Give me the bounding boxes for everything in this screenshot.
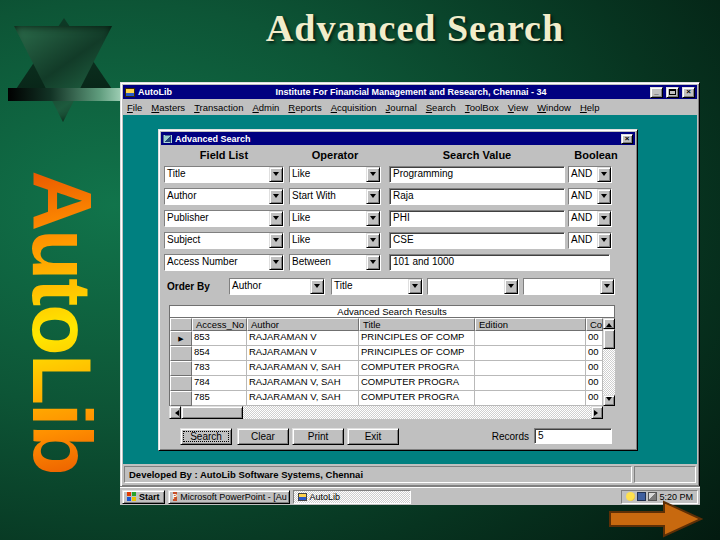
status-side-panel: [634, 466, 696, 483]
chevron-down-icon[interactable]: [310, 279, 324, 294]
operator-select-2[interactable]: Start With: [289, 188, 381, 205]
scrollbar-track[interactable]: [243, 406, 591, 419]
task-autolib[interactable]: AutoLib: [293, 490, 411, 504]
menu-toolbox[interactable]: ToolBox: [465, 102, 499, 113]
chevron-down-icon[interactable]: [269, 189, 283, 204]
menu-search[interactable]: Search: [426, 102, 456, 113]
menu-acquisition[interactable]: Acquisition: [331, 102, 377, 113]
scrollbar-thumb[interactable]: [181, 406, 243, 419]
scrollbar-thumb[interactable]: [603, 329, 615, 349]
scroll-up-icon[interactable]: [603, 318, 615, 329]
minimize-button[interactable]: _: [650, 87, 663, 98]
chevron-down-icon[interactable]: [269, 167, 283, 182]
field-select-2[interactable]: Author: [164, 188, 284, 205]
menu-file[interactable]: File: [127, 102, 142, 113]
chevron-down-icon[interactable]: [366, 211, 380, 226]
table-row[interactable]: 854 RAJARAMAN V PRINCIPLES OF COMP 00: [170, 346, 603, 361]
chevron-down-icon[interactable]: [597, 233, 611, 248]
table-row[interactable]: 783 RAJARAMAN V, SAH COMPUTER PROGRA 00: [170, 361, 603, 376]
search-value-input-4[interactable]: CSE: [389, 232, 565, 249]
next-slide-arrow[interactable]: [606, 499, 706, 539]
task-powerpoint-label: Microsoft PowerPoint - [Au: [180, 492, 287, 502]
start-label: Start: [139, 492, 160, 502]
col-edition[interactable]: Edition: [475, 318, 586, 331]
search-value-input-1[interactable]: Programming: [389, 166, 565, 183]
chevron-down-icon[interactable]: [269, 255, 283, 270]
chevron-down-icon[interactable]: [597, 189, 611, 204]
menu-reports[interactable]: Reports: [288, 102, 321, 113]
field-select-5[interactable]: Access Number: [164, 254, 284, 271]
chevron-down-icon[interactable]: [366, 255, 380, 270]
operator-select-3[interactable]: Like: [289, 210, 381, 227]
scroll-left-icon[interactable]: [169, 406, 181, 419]
boolean-select-3[interactable]: AND: [568, 210, 612, 227]
records-label: Records: [477, 431, 529, 442]
row-marker: [170, 391, 192, 406]
menu-masters[interactable]: Masters: [151, 102, 185, 113]
col-title[interactable]: Title: [359, 318, 475, 331]
field-select-4[interactable]: Subject: [164, 232, 284, 249]
records-count-field[interactable]: 5: [534, 428, 612, 444]
menu-transaction[interactable]: Transaction: [194, 102, 243, 113]
search-value-input-5[interactable]: 101 and 1000: [389, 254, 610, 271]
menu-window[interactable]: Window: [537, 102, 571, 113]
dialog-titlebar[interactable]: Advanced Search ×: [161, 132, 635, 145]
results-horizontal-scrollbar[interactable]: [169, 406, 603, 419]
advanced-search-dialog: Advanced Search × Field List Operator Se…: [158, 129, 638, 451]
header-boolean: Boolean: [565, 149, 627, 161]
operator-select-5[interactable]: Between: [289, 254, 381, 271]
menu-admin[interactable]: Admin: [252, 102, 279, 113]
search-button[interactable]: Search: [180, 428, 232, 445]
field-select-3[interactable]: Publisher: [164, 210, 284, 227]
task-powerpoint[interactable]: P Microsoft PowerPoint - [Au: [168, 490, 290, 504]
cell-title: COMPUTER PROGRA: [359, 361, 475, 376]
menu-journal[interactable]: Journal: [386, 102, 417, 113]
window-titlebar[interactable]: AutoLib Institute For Financial Manageme…: [123, 85, 697, 99]
order-by-select-4[interactable]: [523, 278, 615, 295]
chevron-down-icon[interactable]: [408, 279, 422, 294]
table-row[interactable]: 785 RAJARAMAN V, SAH COMPUTER PROGRA 00: [170, 391, 603, 406]
operator-select-1[interactable]: Like: [289, 166, 381, 183]
results-grid: Access_No Author Title Edition Co ▶ 853 …: [169, 318, 603, 406]
chevron-down-icon[interactable]: [269, 233, 283, 248]
cell-edition: [475, 376, 586, 391]
results-vertical-scrollbar[interactable]: [603, 318, 615, 406]
col-author[interactable]: Author: [247, 318, 359, 331]
dialog-close-button[interactable]: ×: [621, 134, 633, 144]
search-value-input-3[interactable]: PHI: [389, 210, 565, 227]
scrollbar-track[interactable]: [603, 349, 615, 395]
boolean-select-2[interactable]: AND: [568, 188, 612, 205]
search-value-input-2[interactable]: Raja: [389, 188, 565, 205]
scroll-right-icon[interactable]: [591, 406, 603, 419]
order-by-select-1[interactable]: Author: [229, 278, 325, 295]
chevron-down-icon[interactable]: [600, 279, 614, 294]
menu-help[interactable]: Help: [580, 102, 600, 113]
boolean-select-4[interactable]: AND: [568, 232, 612, 249]
order-by-select-3[interactable]: [427, 278, 519, 295]
col-access-no[interactable]: Access_No: [192, 318, 247, 331]
operator-select-4[interactable]: Like: [289, 232, 381, 249]
table-row[interactable]: 784 RAJARAMAN V, SAH COMPUTER PROGRA 00: [170, 376, 603, 391]
field-select-1[interactable]: Title: [164, 166, 284, 183]
chevron-down-icon[interactable]: [269, 211, 283, 226]
table-row[interactable]: ▶ 853 RAJARAMAN V PRINCIPLES OF COMP 00: [170, 331, 603, 346]
close-button[interactable]: ×: [682, 87, 695, 98]
cell-author: RAJARAMAN V, SAH: [247, 391, 359, 406]
print-button[interactable]: Print: [292, 428, 344, 445]
restore-button[interactable]: [666, 87, 679, 98]
start-button[interactable]: Start: [122, 490, 165, 504]
scroll-down-icon[interactable]: [603, 395, 615, 406]
chevron-down-icon[interactable]: [504, 279, 518, 294]
chevron-down-icon[interactable]: [597, 167, 611, 182]
chevron-down-icon[interactable]: [366, 233, 380, 248]
col-partial[interactable]: Co: [586, 318, 603, 331]
criteria-row: Access Number Between 101 and 1000: [159, 254, 637, 271]
chevron-down-icon[interactable]: [366, 189, 380, 204]
boolean-select-1[interactable]: AND: [568, 166, 612, 183]
chevron-down-icon[interactable]: [597, 211, 611, 226]
exit-button[interactable]: Exit: [347, 428, 399, 445]
chevron-down-icon[interactable]: [366, 167, 380, 182]
clear-button[interactable]: Clear: [237, 428, 289, 445]
menu-view[interactable]: View: [508, 102, 528, 113]
order-by-select-2[interactable]: Title: [331, 278, 423, 295]
